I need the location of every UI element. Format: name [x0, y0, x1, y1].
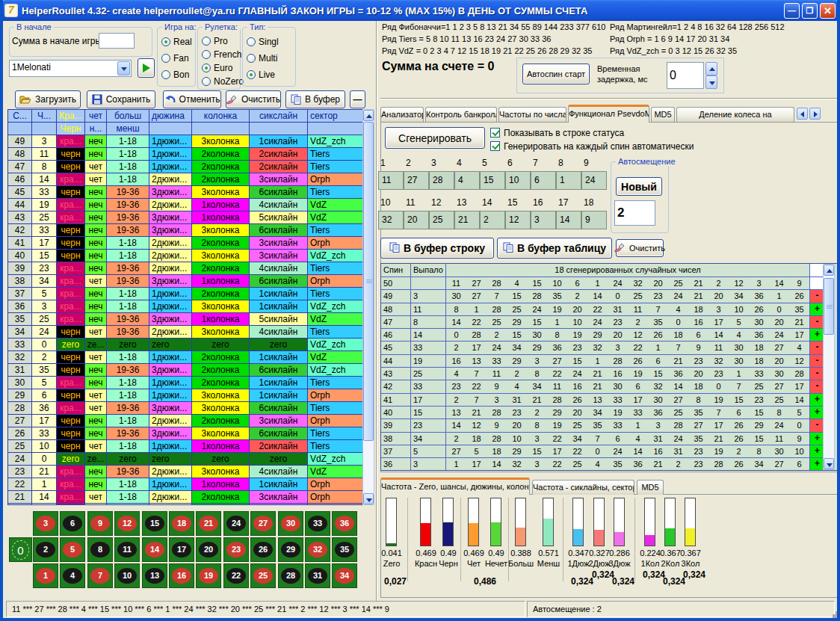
board-cell-4[interactable]: 4: [60, 563, 85, 588]
radio-label-nozero: NoZero: [214, 76, 244, 87]
show-status-checkbox[interactable]: [490, 128, 500, 138]
clear-generated-button[interactable]: Очистить: [616, 239, 664, 257]
board-cell-27[interactable]: 27: [250, 511, 276, 536]
tab-2[interactable]: Контроль банкролла: [425, 107, 497, 122]
board-cell-22[interactable]: 22: [223, 563, 249, 588]
close-button[interactable]: ✕: [820, 3, 836, 19]
frequency-tab-1[interactable]: Частота - Zero, шансы, дюжины, колонки: [380, 478, 530, 495]
board-cell-19[interactable]: 19: [196, 563, 221, 588]
column-cell: 3колонка: [192, 224, 250, 237]
board-cell-15[interactable]: 15: [142, 511, 167, 536]
radio-singl[interactable]: [247, 37, 256, 46]
arrow-right-icon: [814, 111, 818, 117]
board-cell-2[interactable]: 2: [33, 537, 58, 562]
tab-5[interactable]: MD5: [651, 107, 675, 122]
board-cell-12[interactable]: 12: [114, 511, 140, 536]
radio-euro[interactable]: [202, 64, 211, 72]
board-cell-0[interactable]: 0: [9, 537, 32, 562]
results-table-scrollbar[interactable]: [362, 109, 374, 505]
board-cell-32[interactable]: 32: [305, 537, 330, 562]
minimize-button[interactable]: —: [784, 3, 800, 19]
board-cell-28[interactable]: 28: [278, 563, 303, 588]
combo-dropdown-button[interactable]: [117, 61, 130, 75]
board-cell-5[interactable]: 5: [60, 537, 85, 562]
board-cell-34[interactable]: 34: [332, 563, 357, 588]
scroll-up-button[interactable]: [363, 110, 374, 121]
copy-table-button[interactable]: В буфер таблицу: [497, 238, 612, 259]
board-cell-26[interactable]: 26: [250, 537, 276, 562]
copy-button[interactable]: В буфер: [285, 90, 345, 108]
collapse-button[interactable]: —: [350, 90, 365, 108]
radio-multi[interactable]: [247, 54, 256, 63]
board-cell-9[interactable]: 9: [87, 511, 113, 536]
grid-value-cell: 6: [531, 171, 556, 190]
radio-nozero[interactable]: [202, 77, 211, 86]
delay-input[interactable]: [667, 62, 704, 89]
autoshift-input[interactable]: [614, 200, 655, 226]
board-cell-3[interactable]: 3: [33, 511, 58, 536]
undo-button[interactable]: Отменить: [163, 90, 221, 108]
radio-pro[interactable]: [202, 37, 211, 46]
frequency-tab-2[interactable]: Частота - сиклайны, сектора: [532, 480, 634, 495]
tab-scroll-left-button[interactable]: [797, 108, 808, 120]
spin-cell: 36: [381, 458, 411, 471]
board-cell-1[interactable]: 1: [33, 563, 58, 588]
resize-grip[interactable]: [836, 611, 840, 616]
copy-row-button[interactable]: В буфер строку: [380, 238, 494, 259]
board-cell-11[interactable]: 11: [114, 537, 140, 562]
maximize-button[interactable]: ❐: [802, 3, 818, 19]
scrollbar-thumb[interactable]: [824, 278, 834, 335]
board-cell-33[interactable]: 33: [305, 511, 330, 536]
board-cell-16[interactable]: 16: [169, 563, 194, 588]
board-cell-30[interactable]: 30: [278, 511, 303, 536]
board-cell-18[interactable]: 18: [169, 511, 194, 536]
board-cell-21[interactable]: 21: [196, 511, 221, 536]
board-cell-23[interactable]: 23: [223, 537, 249, 562]
spins-table-scrollbar[interactable]: [823, 264, 835, 470]
radio-real[interactable]: [161, 37, 170, 46]
board-cell-17[interactable]: 17: [169, 537, 194, 562]
board-cell-14[interactable]: 14: [142, 537, 167, 562]
red-black-cell: кра...: [57, 262, 85, 275]
tab-scroll-right-button[interactable]: [809, 108, 821, 120]
tab-3[interactable]: Частоты по числам: [498, 107, 566, 122]
save-button[interactable]: Сохранить: [87, 90, 155, 108]
tab-1[interactable]: Анализатор: [380, 107, 424, 122]
scroll-up-button[interactable]: [824, 265, 834, 276]
generate-button[interactable]: Сгенерировать: [385, 127, 485, 149]
delay-spin-down-button[interactable]: [705, 75, 717, 89]
tab-4[interactable]: Функционал PsevdoMS: [568, 105, 649, 123]
board-cell-31[interactable]: 31: [305, 563, 330, 588]
scrollbar-thumb[interactable]: [363, 122, 374, 441]
board-cell-10[interactable]: 10: [114, 563, 140, 588]
frequency-tab-3[interactable]: MD5: [637, 480, 664, 495]
start-sum-input[interactable]: [99, 33, 135, 49]
board-cell-35[interactable]: 35: [332, 537, 357, 562]
board-cell-8[interactable]: 8: [87, 537, 113, 562]
clear-button[interactable]: Очистить: [226, 90, 281, 108]
scroll-down-button[interactable]: [363, 493, 374, 504]
scroll-down-button[interactable]: [824, 458, 834, 469]
dozen-cell: 3дюжи...: [149, 275, 192, 288]
radio-live[interactable]: [247, 70, 256, 79]
load-button[interactable]: Загрузить: [15, 90, 81, 108]
board-cell-29[interactable]: 29: [278, 537, 303, 562]
board-cell-24[interactable]: 24: [223, 511, 249, 536]
tab-6[interactable]: Деление колеса на: [676, 107, 794, 122]
delay-spin-up-button[interactable]: [705, 62, 717, 75]
profile-combobox[interactable]: 1Melonati: [9, 60, 132, 77]
bar-fill: [573, 529, 583, 546]
autospin-start-button[interactable]: Автоспин старт: [522, 64, 590, 84]
auto-generate-checkbox[interactable]: [490, 141, 500, 151]
play-button[interactable]: [138, 58, 155, 78]
board-cell-13[interactable]: 13: [142, 563, 167, 588]
board-cell-20[interactable]: 20: [196, 537, 221, 562]
board-cell-7[interactable]: 7: [87, 563, 113, 588]
board-cell-6[interactable]: 6: [60, 511, 85, 536]
board-cell-25[interactable]: 25: [250, 563, 276, 588]
radio-fan[interactable]: [161, 54, 170, 63]
radio-french[interactable]: [202, 50, 211, 59]
board-cell-36[interactable]: 36: [332, 511, 357, 536]
radio-bon[interactable]: [161, 70, 170, 79]
autoshift-new-button[interactable]: Новый: [616, 177, 662, 196]
